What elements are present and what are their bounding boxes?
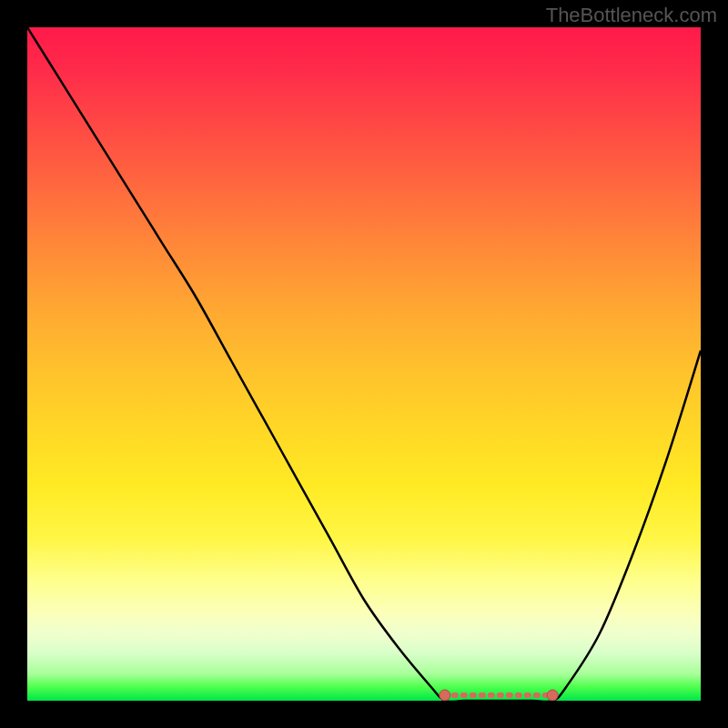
watermark-text: TheBottleneck.com <box>546 4 717 27</box>
chart-plot-area <box>27 27 701 701</box>
optimal-range-marker-right <box>547 690 558 701</box>
optimal-range-marker-left <box>440 690 450 701</box>
bottleneck-curve-svg <box>27 27 701 701</box>
bottleneck-curve-path <box>27 27 701 701</box>
